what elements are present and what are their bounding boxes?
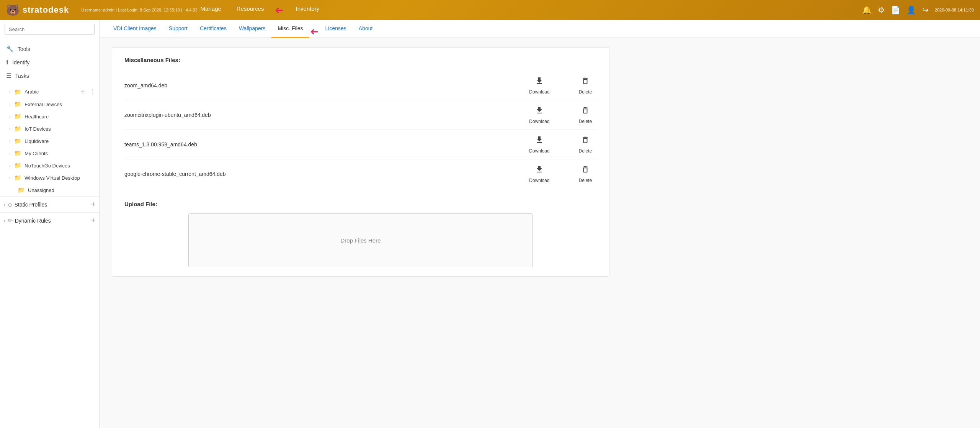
tab-licenses[interactable]: Licenses [319,20,353,38]
delete-button[interactable]: Delete [574,165,597,183]
delete-icon [581,76,590,88]
upload-title: Upload File: [124,201,597,207]
upload-section: Upload File: Drop Files Here [124,201,597,267]
folder-more-btn[interactable]: ⋮ [89,88,95,95]
add-folder-btn[interactable]: + [81,89,85,95]
download-button[interactable]: Download [528,135,551,154]
folder-label: Arabic [24,89,39,95]
folder-icon: 📁 [14,101,21,108]
folder-item-iot-devices[interactable]: › 📁 IoT Devices [0,123,99,135]
download-label: Download [529,119,549,124]
static-profiles-label: Static Profiles [15,202,47,208]
nav-manage[interactable]: Manage [198,4,224,16]
logo-text: stratodesk [23,5,69,15]
delete-icon [581,106,590,117]
subnav: VDI Client Images Support Certificates W… [100,20,980,38]
header-right: 🔔 ⚙ 📄 👤 ↪ 2020-09-08 14:11:39 [862,5,974,15]
download-button[interactable]: Download [528,76,551,95]
sidebar-item-tasks[interactable]: ☰ Tasks [0,69,99,82]
chevron-icon: › [4,218,5,223]
folder-item-liquidware[interactable]: › 📁 Liquidware [0,135,99,147]
add-static-profiles-btn[interactable]: + [91,200,95,208]
folder-label: Healthcare [24,114,49,120]
download-button[interactable]: Download [528,106,551,124]
dynamic-rules-header[interactable]: › ✏ Dynamic Rules + [0,213,99,228]
delete-button[interactable]: Delete [574,135,597,154]
folder-icon: 📁 [14,162,21,169]
nav-resources[interactable]: Resources [234,4,267,16]
folder-list: › 📁 Arabic + ⋮ › 📁 External Devices › 📁 … [0,85,99,196]
chevron-icon: › [9,90,10,94]
folder-item-unassigned[interactable]: 📁 Unassigned [0,184,99,196]
file-actions: Download Delete [528,135,597,154]
settings-icon[interactable]: ⚙ [878,5,885,15]
tab-certificates[interactable]: Certificates [194,20,233,38]
page-content: Miscellaneous Files: zoom_amd64.deb Down… [100,38,980,428]
content-card: Miscellaneous Files: zoom_amd64.deb Down… [112,47,609,277]
folder-label: NoTouchGo Devices [24,163,70,169]
folder-item-notouchgo[interactable]: › 📁 NoTouchGo Devices [0,159,99,172]
tab-support[interactable]: Support [163,20,194,38]
folder-item-arabic[interactable]: › 📁 Arabic + ⋮ [0,85,99,98]
account-icon[interactable]: 👤 [906,5,916,15]
static-profiles-section: › ◇ Static Profiles + [0,196,99,212]
sidebar: 🔧 Tools ℹ Identify ☰ Tasks › 📁 Arabic + … [0,20,100,428]
file-name: google-chrome-stable_current_amd64.deb [124,171,528,177]
logo-area: 🐻 stratodesk [6,4,69,16]
folder-icon: 📁 [18,187,25,194]
download-icon [535,165,544,176]
arrow-indicator-subnav: ➜ [310,26,318,38]
folder-icon: 📁 [14,174,21,181]
main-layout: 🔧 Tools ℹ Identify ☰ Tasks › 📁 Arabic + … [0,20,980,428]
file-row: zoom_amd64.deb Download [124,71,597,100]
tab-about[interactable]: About [353,20,379,38]
arrow-indicator-top: ➜ [275,4,284,16]
search-input[interactable] [5,24,95,35]
download-label: Download [529,89,549,95]
user-info: Username: admin | Last Login: 8 Sep 2020… [81,8,197,12]
drop-zone[interactable]: Drop Files Here [188,213,533,267]
chevron-icon: › [4,202,5,207]
download-icon [535,76,544,88]
misc-files-title: Miscellaneous Files: [124,57,597,63]
delete-label: Delete [579,178,592,183]
download-button[interactable]: Download [528,165,551,183]
delete-icon [581,135,590,147]
folder-icon: 📁 [14,113,21,120]
folder-item-windows-virtual-desktop[interactable]: › 📁 Windows Virtual Desktop [0,172,99,184]
chevron-icon: › [9,176,10,180]
top-header: 🐻 stratodesk Username: admin | Last Logi… [0,0,980,20]
tab-vdi-client-images[interactable]: VDI Client Images [107,20,163,38]
notifications-icon[interactable]: 🔔 [862,5,872,15]
download-icon [535,106,544,117]
chevron-icon: › [9,139,10,143]
folder-label: My Clients [24,151,48,156]
folder-icon: 📁 [14,150,21,157]
header-icons: 🔔 ⚙ 📄 👤 ↪ [862,5,929,15]
document-icon[interactable]: 📄 [891,5,900,15]
file-row: google-chrome-stable_current_amd64.deb D… [124,159,597,189]
folder-item-healthcare[interactable]: › 📁 Healthcare [0,110,99,123]
tab-wallpapers[interactable]: Wallpapers [233,20,272,38]
tab-misc-files[interactable]: Misc. Files [271,20,309,38]
nav-inventory[interactable]: Inventory [293,4,323,16]
dynamic-rules-label: Dynamic Rules [15,218,51,224]
delete-label: Delete [579,119,592,124]
folder-item-external-devices[interactable]: › 📁 External Devices [0,98,99,110]
delete-button[interactable]: Delete [574,76,597,95]
folder-item-my-clients[interactable]: › 📁 My Clients [0,147,99,159]
folder-label: Liquidware [24,138,49,144]
sidebar-item-tools[interactable]: 🔧 Tools [0,42,99,56]
sidebar-item-identify[interactable]: ℹ Identify [0,56,99,69]
delete-button[interactable]: Delete [574,106,597,124]
static-profiles-header[interactable]: › ◇ Static Profiles + [0,197,99,212]
folder-icon: 📁 [14,89,21,95]
drop-zone-text: Drop Files Here [340,237,381,244]
add-dynamic-rules-btn[interactable]: + [91,216,95,225]
delete-label: Delete [579,89,592,95]
file-actions: Download Delete [528,165,597,183]
download-icon [535,135,544,147]
folder-icon: 📁 [14,125,21,132]
file-actions: Download Delete [528,106,597,124]
logout-icon[interactable]: ↪ [922,5,929,15]
